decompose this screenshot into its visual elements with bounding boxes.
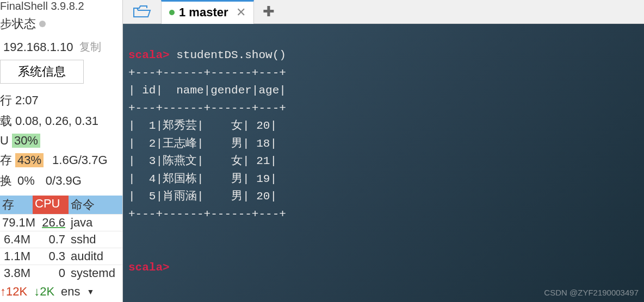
app-title: FinalShell 3.9.8.2 bbox=[0, 0, 122, 14]
ip-row: 192.168.1.10 复制 bbox=[0, 36, 122, 60]
new-tab-button[interactable]: ✚ bbox=[254, 3, 283, 20]
process-row[interactable]: 6.4M 0.7 sshd bbox=[0, 231, 122, 248]
load-row: 载 0.08, 0.26, 0.31 bbox=[0, 111, 122, 131]
network-row: ↑12K ↓2K ens ▼ bbox=[0, 281, 122, 302]
tab-bar: 1 master ✕ ✚ bbox=[123, 0, 644, 24]
system-info-button[interactable]: 系统信息 bbox=[0, 60, 84, 84]
cpu-row: U 30% bbox=[0, 131, 122, 150]
prompt: scala> bbox=[128, 49, 170, 61]
status-dot-icon bbox=[39, 21, 46, 27]
mem-row: 存 43% 1.6G/3.7G bbox=[0, 150, 122, 171]
mem-text: 1.6G/3.7G bbox=[52, 153, 108, 167]
col-cpu[interactable]: CPU bbox=[33, 196, 69, 214]
folder-open-icon[interactable] bbox=[123, 5, 161, 19]
swap-text: 0/3.9G bbox=[46, 174, 82, 188]
process-row[interactable]: 79.1M 26.6 java bbox=[0, 214, 122, 231]
ip-address: 192.168.1.10 bbox=[3, 40, 73, 54]
process-header[interactable]: 存 CPU 命令 bbox=[0, 196, 122, 214]
tab-label: 1 master bbox=[179, 5, 228, 20]
process-row[interactable]: 1.1M 0.3 auditd bbox=[0, 248, 122, 265]
terminal-command: studentDS.show() bbox=[176, 49, 286, 61]
uptime-row: 行 2:07 bbox=[0, 90, 122, 111]
swap-row: 换 0% 0/3.9G bbox=[0, 171, 122, 191]
watermark: CSDN @ZYF2190003497 bbox=[544, 286, 639, 299]
mem-pct: 43% bbox=[15, 153, 44, 167]
prompt: scala> bbox=[128, 261, 170, 274]
swap-pct: 0% bbox=[15, 174, 37, 188]
tab-master[interactable]: 1 master ✕ bbox=[161, 0, 254, 24]
terminal[interactable]: scala> studentDS.show() +---+------+----… bbox=[123, 24, 644, 302]
main-area: 1 master ✕ ✚ scala> studentDS.show() +--… bbox=[122, 0, 644, 302]
col-mem[interactable]: 存 bbox=[0, 196, 33, 214]
col-cmd[interactable]: 命令 bbox=[69, 196, 122, 214]
close-icon[interactable]: ✕ bbox=[236, 5, 246, 20]
copy-button[interactable]: 复制 bbox=[79, 40, 101, 54]
process-row[interactable]: 3.8M 0 systemd bbox=[0, 265, 122, 281]
sync-status-row: 步状态 bbox=[0, 14, 122, 36]
dropdown-icon[interactable]: ▼ bbox=[87, 287, 95, 296]
sidebar: FinalShell 3.9.8.2 步状态 192.168.1.10 复制 系… bbox=[0, 0, 122, 302]
cpu-pct: 30% bbox=[12, 134, 40, 148]
sync-label: 步状态 bbox=[0, 16, 36, 32]
status-dot-icon bbox=[169, 10, 175, 15]
